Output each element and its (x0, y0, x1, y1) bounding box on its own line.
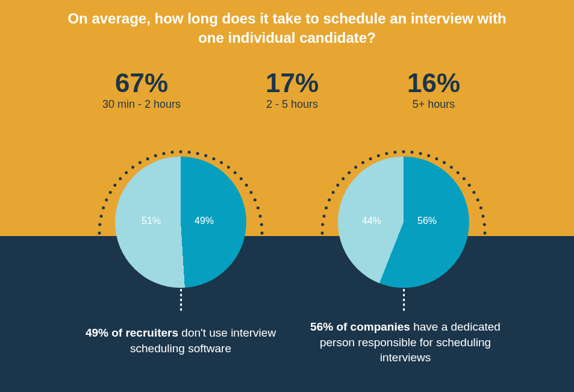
svg-point-67 (403, 289, 405, 291)
svg-point-51 (402, 151, 405, 154)
svg-point-20 (220, 161, 223, 164)
svg-point-62 (476, 199, 479, 202)
stat-1-pct: 67% (75, 69, 208, 97)
pie-2-circle: 44% 56% (338, 157, 469, 288)
svg-point-2 (100, 214, 103, 217)
svg-point-37 (321, 223, 324, 226)
svg-point-55 (435, 157, 438, 160)
pie-2-caption-bold: 56% of companies (310, 320, 410, 333)
svg-point-54 (427, 154, 430, 157)
svg-point-71 (403, 308, 405, 311)
svg-point-66 (484, 232, 487, 235)
pie-2-right-pct: 56% (417, 216, 437, 226)
svg-point-14 (170, 151, 173, 154)
svg-point-69 (403, 299, 405, 301)
svg-point-50 (393, 151, 396, 154)
svg-point-13 (162, 152, 165, 155)
stat-2-label: 2 - 5 hours (232, 98, 352, 111)
stat-2-pct: 17% (232, 69, 352, 97)
pie-chart-1: 51% 49% (102, 157, 259, 288)
svg-point-24 (245, 184, 248, 187)
svg-point-44 (348, 171, 351, 174)
svg-point-64 (482, 214, 485, 217)
svg-point-35 (180, 308, 182, 311)
svg-point-59 (463, 177, 466, 180)
svg-point-65 (483, 223, 486, 226)
svg-point-16 (188, 151, 191, 154)
svg-point-57 (450, 166, 453, 169)
svg-point-70 (403, 303, 405, 306)
svg-point-49 (385, 152, 388, 155)
dotted-line-icon (402, 288, 405, 312)
pie-1-left-pct: 51% (142, 216, 161, 226)
svg-point-39 (325, 207, 328, 210)
svg-point-30 (261, 232, 264, 235)
title-text: On average, how long does it take to sch… (0, 9, 574, 48)
svg-point-41 (332, 191, 335, 194)
svg-point-33 (180, 299, 182, 301)
svg-point-63 (479, 207, 482, 210)
svg-point-8 (125, 171, 128, 174)
svg-point-23 (240, 177, 243, 180)
svg-point-5 (109, 191, 112, 194)
svg-point-34 (180, 303, 182, 306)
svg-point-21 (227, 166, 230, 169)
dotted-line-icon (179, 288, 182, 312)
svg-point-61 (472, 191, 475, 194)
stat-3-pct: 16% (373, 69, 494, 97)
svg-point-38 (323, 214, 326, 217)
svg-point-36 (321, 232, 324, 235)
svg-point-0 (98, 232, 101, 235)
svg-point-43 (342, 177, 345, 180)
svg-point-12 (154, 154, 157, 157)
pie-1-caption: 49% of recruiters don't use interview sc… (84, 325, 277, 356)
svg-point-56 (443, 161, 446, 164)
pie-1-caption-bold: 49% of recruiters (86, 326, 178, 339)
pie-chart-2: 44% 56% (325, 157, 482, 288)
svg-point-9 (131, 166, 134, 169)
svg-point-31 (180, 289, 182, 291)
stat-block-2: 17% 2 - 5 hours (232, 69, 352, 111)
svg-point-6 (113, 184, 116, 187)
svg-point-10 (139, 161, 142, 164)
stat-block-3: 16% 5+ hours (373, 69, 494, 111)
svg-point-58 (457, 171, 460, 174)
svg-point-28 (259, 214, 262, 217)
svg-point-19 (212, 157, 215, 160)
svg-point-26 (254, 199, 257, 202)
svg-point-52 (411, 151, 414, 154)
pie-1-right-pct: 49% (195, 216, 214, 226)
svg-point-40 (328, 199, 331, 202)
svg-point-53 (419, 152, 422, 155)
pie-2-caption: 56% of companies have a dedicated person… (309, 319, 502, 366)
svg-point-47 (369, 157, 372, 160)
svg-point-1 (98, 223, 101, 226)
svg-point-45 (354, 166, 357, 169)
panel-bottom (0, 236, 574, 392)
svg-point-22 (234, 171, 237, 174)
pie-1-circle: 51% 49% (115, 157, 246, 288)
pie-2-left-pct: 44% (362, 216, 381, 226)
svg-point-17 (196, 152, 199, 155)
stat-3-label: 5+ hours (373, 98, 494, 111)
svg-point-7 (119, 177, 122, 180)
stat-block-1: 67% 30 min - 2 hours (75, 69, 208, 111)
stat-1-label: 30 min - 2 hours (75, 98, 208, 111)
svg-point-15 (179, 151, 182, 154)
svg-point-29 (260, 223, 263, 226)
svg-point-11 (146, 157, 149, 160)
svg-point-60 (468, 184, 471, 187)
svg-point-42 (336, 184, 339, 187)
svg-point-48 (377, 154, 380, 157)
svg-point-32 (180, 294, 182, 296)
svg-point-4 (105, 199, 108, 202)
svg-point-46 (361, 161, 364, 164)
svg-point-18 (204, 154, 207, 157)
svg-point-3 (102, 207, 105, 210)
svg-point-68 (403, 294, 405, 296)
svg-point-25 (249, 191, 252, 194)
svg-point-27 (257, 207, 260, 210)
